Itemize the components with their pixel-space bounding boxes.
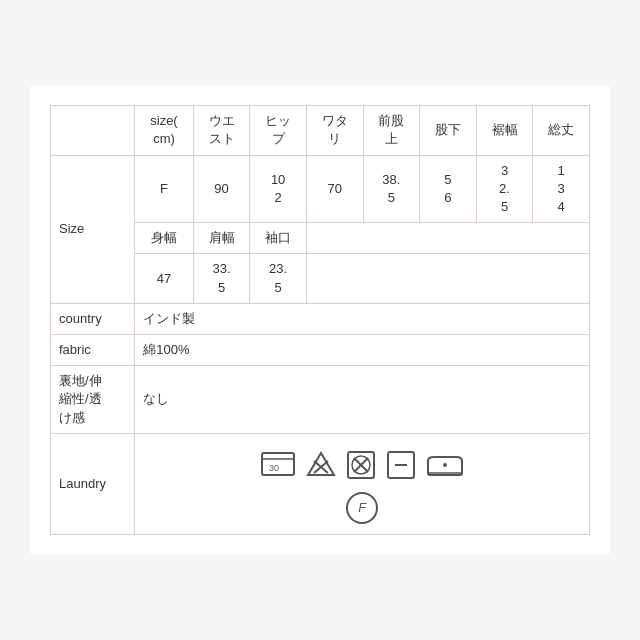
shoulder-value: 33.5 [193,254,250,303]
svg-point-10 [443,463,447,467]
lining-row: 裏地/伸縮性/透け感 なし [51,366,590,434]
header-hip: ヒップ [250,106,307,155]
iron-icon [426,451,464,479]
no-tumble-dry-icon [346,450,376,480]
fabric-row: fabric 綿100% [51,334,590,365]
fabric-value: 綿100% [135,334,590,365]
front-rise-value: 38.5 [363,155,420,223]
hang-dry-icon [386,450,416,480]
size-label: Size [51,155,135,303]
size-value: F [135,155,194,223]
header-row: size(cm) ウエスト ヒップ ワタリ 前股上 股下 裾幅 総丈 [51,106,590,155]
country-label: country [51,303,135,334]
size-info-table: size(cm) ウエスト ヒップ ワタリ 前股上 股下 裾幅 総丈 Size … [50,105,590,534]
header-hem-width: 裾幅 [476,106,533,155]
header-shoulder: 肩幅 [193,223,250,254]
country-row: country インド製 [51,303,590,334]
lining-label: 裏地/伸縮性/透け感 [51,366,135,434]
header-size-cm: size(cm) [135,106,194,155]
no-bleach-icon [306,451,336,479]
empty-cells [306,223,589,254]
lining-value: なし [135,366,590,434]
empty-cells-2 [306,254,589,303]
fabric-label: fabric [51,334,135,365]
header-front-rise: 前股上 [363,106,420,155]
svg-text:30: 30 [269,463,279,473]
laundry-icons-cell: 30 [135,433,590,534]
header-inseam: 股下 [420,106,477,155]
size-data-row: Size F 90 102 70 38.5 56 32.5 134 [51,155,590,223]
waist-value: 90 [193,155,250,223]
laundry-f-circle: F [141,492,583,524]
laundry-row: Laundry 30 [51,433,590,534]
header-sleeve: 袖口 [250,223,307,254]
wash-icon: 30 [260,451,296,479]
inseam-value: 56 [420,155,477,223]
product-info-card: size(cm) ウエスト ヒップ ワタリ 前股上 股下 裾幅 総丈 Size … [30,85,610,554]
sleeve-value: 23.5 [250,254,307,303]
thigh-value: 70 [306,155,363,223]
header-body-width: 身幅 [135,223,194,254]
header-total-length: 総丈 [533,106,590,155]
total-length-value: 134 [533,155,590,223]
header-waist: ウエスト [193,106,250,155]
laundry-label: Laundry [51,433,135,534]
header-thigh: ワタリ [306,106,363,155]
laundry-icons: 30 [141,444,583,486]
hip-value: 102 [250,155,307,223]
f-circle-icon: F [346,492,378,524]
body-width-value: 47 [135,254,194,303]
svg-marker-1 [308,453,334,475]
country-value: インド製 [135,303,590,334]
hem-width-value: 32.5 [476,155,533,223]
header-empty [51,106,135,155]
